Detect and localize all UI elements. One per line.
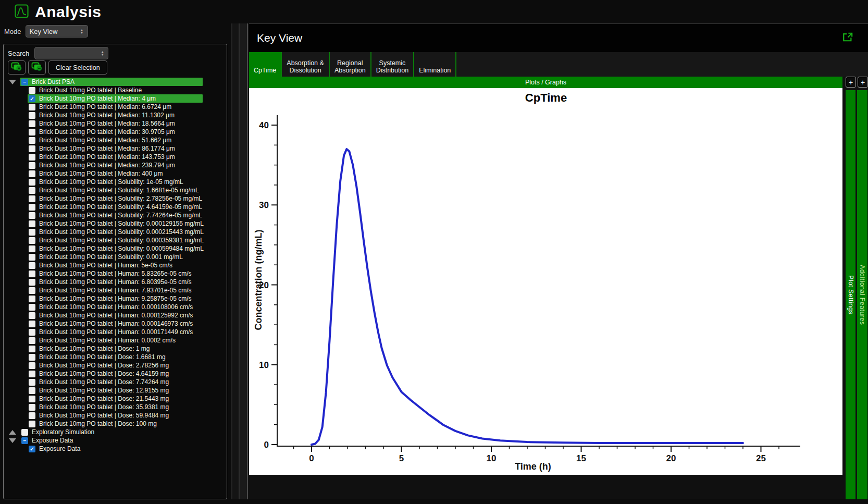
search-input[interactable]: ▲▼ bbox=[34, 47, 108, 59]
tree-item-row[interactable]: Brick Dust 10mg PO tablet | Human: 7.937… bbox=[5, 286, 226, 294]
tree-checkbox[interactable] bbox=[29, 104, 35, 110]
tree-item-row[interactable]: Brick Dust 10mg PO tablet | Dose: 1 mg bbox=[5, 345, 226, 353]
tree-checkbox[interactable]: − bbox=[21, 437, 28, 444]
tree-checkbox[interactable] bbox=[29, 229, 35, 236]
tree-checkbox[interactable]: ✓ bbox=[29, 446, 35, 452]
tree-checkbox[interactable] bbox=[29, 87, 35, 94]
expand-triangle-icon[interactable] bbox=[9, 80, 16, 84]
tree-item-row[interactable]: Brick Dust 10mg PO tablet | Median: 400 … bbox=[5, 169, 226, 178]
tree-item-row[interactable]: Brick Dust 10mg PO tablet | Solubility: … bbox=[5, 186, 226, 194]
tree-item-row[interactable]: Brick Dust 10mg PO tablet | Human: 0.000… bbox=[5, 311, 226, 319]
add-plot-settings-button[interactable]: + bbox=[846, 77, 856, 88]
panel-splitter[interactable] bbox=[227, 23, 249, 499]
tree-checkbox[interactable] bbox=[29, 245, 35, 252]
tree-item-row[interactable]: Brick Dust 10mg PO tablet | Median: 86.1… bbox=[5, 144, 226, 153]
tree-item-row[interactable]: Brick Dust 10mg PO tablet | Solubility: … bbox=[5, 253, 226, 261]
tree-checkbox[interactable] bbox=[29, 262, 35, 269]
tree-checkbox[interactable] bbox=[29, 279, 35, 286]
tree-item-row[interactable]: Brick Dust 10mg PO tablet | Dose: 1.6681… bbox=[5, 353, 226, 361]
tree-item-row[interactable]: Brick Dust 10mg PO tablet | Median: 51.6… bbox=[5, 136, 226, 144]
tree-checkbox[interactable] bbox=[21, 429, 28, 436]
tree-item-row[interactable]: Brick Dust 10mg PO tablet | Median: 18.5… bbox=[5, 119, 226, 128]
tree-checkbox[interactable] bbox=[29, 129, 35, 136]
tree-checkbox[interactable] bbox=[29, 337, 35, 344]
plot-settings-strip[interactable]: Plot Settings bbox=[846, 90, 855, 499]
tree-item-row[interactable]: Brick Dust 10mg PO tablet | Human: 5e-05… bbox=[5, 261, 226, 269]
tree-checkbox[interactable] bbox=[29, 287, 35, 294]
tree-checkbox[interactable] bbox=[29, 154, 35, 161]
mode-select[interactable]: Key View ▲▼ bbox=[26, 25, 88, 38]
tree-checkbox[interactable] bbox=[29, 379, 35, 386]
spinner-arrows-icon[interactable]: ▲▼ bbox=[80, 29, 84, 34]
tree-item-row[interactable]: Brick Dust 10mg PO tablet | Solubility: … bbox=[5, 194, 226, 203]
tree-item-row[interactable]: Brick Dust 10mg PO tablet | Dose: 2.7825… bbox=[5, 361, 226, 370]
tree-checkbox[interactable] bbox=[29, 312, 35, 319]
spinner-arrows-icon[interactable]: ▲▼ bbox=[101, 51, 104, 56]
tree-checkbox[interactable] bbox=[29, 346, 35, 352]
additional-features-strip[interactable]: Additional Features bbox=[857, 90, 867, 499]
tree-checkbox[interactable] bbox=[29, 329, 35, 336]
tree-checkbox[interactable] bbox=[29, 387, 35, 394]
tree-item-row[interactable]: Brick Dust 10mg PO tablet | Dose: 21.544… bbox=[5, 395, 226, 403]
tree-checkbox[interactable] bbox=[29, 170, 35, 177]
tab-cptime[interactable]: CpTime bbox=[249, 52, 282, 77]
tree-group-row[interactable]: −Brick Dust PSA bbox=[5, 78, 226, 86]
tree-checkbox[interactable] bbox=[29, 145, 35, 152]
tree-group-row[interactable]: Exploratory Simulation bbox=[5, 428, 226, 436]
tree-checkbox[interactable] bbox=[29, 254, 35, 261]
tree-checkbox[interactable] bbox=[29, 321, 35, 327]
add-additional-features-button[interactable]: + bbox=[858, 77, 868, 88]
tab-systemic-distribution[interactable]: Systemic Distribution bbox=[371, 52, 415, 77]
tree-item-row[interactable]: ✓Brick Dust 10mg PO tablet | Median: 4 μ… bbox=[5, 94, 226, 103]
tree-item-row[interactable]: Brick Dust 10mg PO tablet | Human: 0.000… bbox=[5, 319, 226, 328]
tree-item-row[interactable]: Brick Dust 10mg PO tablet | Dose: 100 mg bbox=[5, 420, 226, 428]
open-in-new-button[interactable] bbox=[842, 32, 853, 44]
tree-checkbox[interactable]: − bbox=[21, 79, 28, 85]
add-simulations-button[interactable] bbox=[8, 60, 26, 75]
tree-item-row[interactable]: Brick Dust 10mg PO tablet | Median: 6.67… bbox=[5, 103, 226, 111]
tree-item-row[interactable]: Brick Dust 10mg PO tablet | Human: 6.803… bbox=[5, 278, 226, 286]
tree-checkbox[interactable] bbox=[29, 137, 35, 144]
expand-triangle-icon[interactable] bbox=[9, 438, 16, 443]
tree-checkbox[interactable] bbox=[29, 120, 35, 127]
tree-item-row[interactable]: Brick Dust 10mg PO tablet | Human: 5.832… bbox=[5, 269, 226, 278]
tree-item-row[interactable]: Brick Dust 10mg PO tablet | Solubility: … bbox=[5, 244, 226, 253]
tab-elimination[interactable]: Elimination bbox=[414, 52, 456, 77]
tree-item-row[interactable]: Brick Dust 10mg PO tablet | Human: 0.000… bbox=[5, 303, 226, 311]
tree-checkbox[interactable] bbox=[29, 304, 35, 311]
tree-checkbox[interactable] bbox=[29, 296, 35, 302]
tree-checkbox[interactable] bbox=[29, 354, 35, 361]
tree-checkbox[interactable] bbox=[29, 187, 35, 194]
tree-checkbox[interactable] bbox=[29, 112, 35, 119]
tab-absorption-dissolution[interactable]: Absorption & Dissolution bbox=[282, 52, 330, 77]
tree-item-row[interactable]: Brick Dust 10mg PO tablet | Median: 143.… bbox=[5, 153, 226, 161]
tree-item-row[interactable]: Brick Dust 10mg PO tablet | Median: 30.9… bbox=[5, 128, 226, 136]
tree-item-row[interactable]: Brick Dust 10mg PO tablet | Solubility: … bbox=[5, 228, 226, 236]
tree-checkbox[interactable] bbox=[29, 271, 35, 277]
tree-item-row[interactable]: Brick Dust 10mg PO tablet | Baseline bbox=[5, 86, 226, 94]
tree-group-row[interactable]: −Exposure Data bbox=[5, 436, 226, 445]
tree-item-row[interactable]: Brick Dust 10mg PO tablet | Dose: 12.915… bbox=[5, 386, 226, 395]
tree-item-row[interactable]: Brick Dust 10mg PO tablet | Solubility: … bbox=[5, 203, 226, 211]
collapse-triangle-icon[interactable] bbox=[9, 430, 16, 435]
tree-item-row[interactable]: Brick Dust 10mg PO tablet | Human: 0.000… bbox=[5, 328, 226, 336]
tree-item-row[interactable]: Brick Dust 10mg PO tablet | Solubility: … bbox=[5, 219, 226, 228]
tree-item-row[interactable]: Brick Dust 10mg PO tablet | Solubility: … bbox=[5, 236, 226, 244]
tree-item-row[interactable]: Brick Dust 10mg PO tablet | Median: 11.1… bbox=[5, 111, 226, 119]
tree-item-row[interactable]: Brick Dust 10mg PO tablet | Solubility: … bbox=[5, 211, 226, 219]
tree-item-row[interactable]: Brick Dust 10mg PO tablet | Dose: 35.938… bbox=[5, 403, 226, 411]
tree-item-row[interactable]: Brick Dust 10mg PO tablet | Median: 239.… bbox=[5, 161, 226, 169]
tree-item-row[interactable]: Brick Dust 10mg PO tablet | Dose: 7.7426… bbox=[5, 378, 226, 386]
tree-checkbox[interactable] bbox=[29, 179, 35, 186]
tree-checkbox[interactable] bbox=[29, 162, 35, 169]
tree-item-row[interactable]: Brick Dust 10mg PO tablet | Human: 9.258… bbox=[5, 294, 226, 303]
tree-checkbox[interactable] bbox=[29, 237, 35, 244]
tree-item-row[interactable]: Brick Dust 10mg PO tablet | Human: 0.000… bbox=[5, 336, 226, 345]
tree-checkbox[interactable] bbox=[29, 204, 35, 211]
tree-checkbox[interactable] bbox=[29, 371, 35, 377]
remove-simulations-button[interactable] bbox=[28, 60, 46, 75]
tree-checkbox[interactable] bbox=[29, 396, 35, 402]
tree-checkbox[interactable] bbox=[29, 421, 35, 427]
tree-item-row[interactable]: ✓Exposure Data bbox=[5, 445, 226, 453]
tree-checkbox[interactable] bbox=[29, 212, 35, 219]
